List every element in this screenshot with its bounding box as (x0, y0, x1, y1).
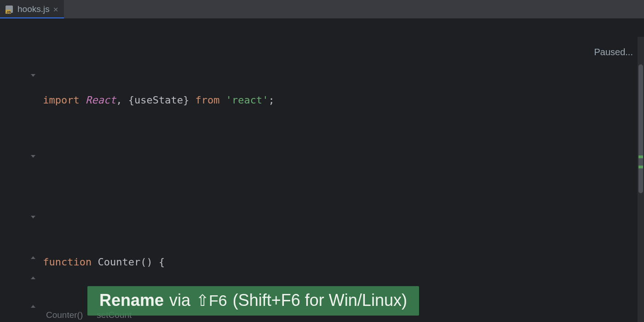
marker[interactable] (638, 155, 643, 158)
fold-end-icon[interactable] (30, 304, 37, 310)
breadcrumb-item[interactable]: Counter() (46, 310, 83, 320)
fold-toggle-icon[interactable] (30, 154, 37, 160)
code-line[interactable] (37, 171, 644, 191)
code-area[interactable]: import React, {useState} from 'react'; f… (37, 18, 644, 322)
close-icon[interactable]: ✕ (53, 5, 58, 13)
fold-toggle-icon[interactable] (30, 73, 37, 79)
tip-action: Rename (99, 291, 164, 310)
scrollbar[interactable] (638, 37, 644, 322)
keyboard-shortcut: ⇧F6 (196, 291, 227, 310)
shortcut-tip-banner: Rename via ⇧F6 (Shift+F6 for Win/Linux) (87, 286, 419, 316)
code-line[interactable]: import React, {useState} from 'react'; (37, 90, 644, 110)
scrollbar-thumb[interactable] (638, 64, 643, 193)
fold-end-icon[interactable] (30, 255, 37, 261)
marker[interactable] (638, 166, 643, 168)
fold-end-icon[interactable] (30, 275, 37, 282)
debug-status: Paused... (594, 47, 633, 58)
editor[interactable]: import React, {useState} from 'react'; f… (0, 18, 644, 322)
gutter (0, 18, 37, 322)
js-file-icon: JS (5, 5, 14, 14)
file-tab[interactable]: JS hooks.js ✕ (0, 0, 64, 18)
svg-text:JS: JS (6, 10, 11, 14)
tab-filename: hooks.js (17, 4, 50, 14)
fold-toggle-icon[interactable] (30, 214, 37, 221)
tab-bar: JS hooks.js ✕ (0, 0, 644, 18)
code-line[interactable]: function Counter() { (37, 252, 644, 272)
